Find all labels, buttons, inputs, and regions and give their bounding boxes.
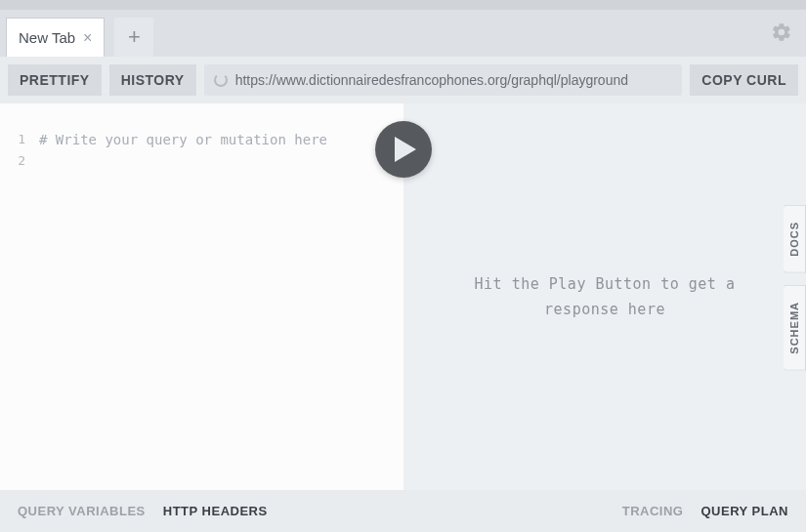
tab-query-plan[interactable]: QUERY PLAN bbox=[700, 504, 788, 518]
editor-pane: 1 2 # Write your query or mutation here bbox=[0, 103, 403, 490]
bottom-bar: QUERY VARIABLES HTTP HEADERS TRACING QUE… bbox=[0, 490, 806, 532]
tab-new[interactable]: New Tab × bbox=[6, 18, 105, 57]
response-placeholder: Hit the Play Button to get a response he… bbox=[443, 271, 767, 322]
tab-bar: New Tab × + bbox=[0, 10, 806, 57]
bottom-left: QUERY VARIABLES HTTP HEADERS bbox=[0, 490, 403, 532]
toolbar: PRETTIFY HISTORY https://www.dictionnair… bbox=[0, 57, 806, 103]
loading-icon bbox=[214, 73, 228, 87]
tab-query-variables[interactable]: QUERY VARIABLES bbox=[18, 504, 146, 518]
add-tab-button[interactable]: + bbox=[114, 18, 153, 57]
tab-label: New Tab bbox=[19, 29, 75, 46]
tab-http-headers[interactable]: HTTP HEADERS bbox=[163, 504, 268, 518]
gear-icon bbox=[771, 21, 792, 43]
copy-curl-button[interactable]: COPY CURL bbox=[690, 64, 798, 96]
plus-icon: + bbox=[128, 24, 141, 50]
line-number: 2 bbox=[0, 150, 25, 172]
tab-tracing[interactable]: TRACING bbox=[622, 504, 684, 518]
docs-tab[interactable]: DOCS bbox=[784, 205, 806, 273]
response-pane: Hit the Play Button to get a response he… bbox=[403, 103, 806, 490]
line-gutter: 1 2 bbox=[0, 103, 33, 490]
play-icon bbox=[395, 137, 416, 162]
main-area: 1 2 # Write your query or mutation here … bbox=[0, 103, 806, 490]
side-tabs: DOCS SCHEMA bbox=[784, 205, 806, 382]
schema-tab[interactable]: SCHEMA bbox=[784, 285, 806, 371]
url-text: https://www.dictionnairedesfrancophones.… bbox=[235, 72, 628, 88]
close-icon[interactable]: × bbox=[83, 30, 92, 46]
play-button[interactable] bbox=[375, 121, 432, 178]
svg-marker-0 bbox=[395, 137, 416, 162]
window-top-strip bbox=[0, 0, 806, 10]
line-number: 1 bbox=[0, 129, 25, 150]
history-button[interactable]: HISTORY bbox=[109, 64, 196, 96]
prettify-button[interactable]: PRETTIFY bbox=[8, 64, 102, 96]
editor-placeholder: # Write your query or mutation here bbox=[39, 132, 327, 147]
query-editor[interactable]: # Write your query or mutation here bbox=[33, 103, 403, 490]
bottom-right: TRACING QUERY PLAN bbox=[403, 490, 806, 532]
settings-button[interactable] bbox=[771, 21, 792, 47]
url-input[interactable]: https://www.dictionnairedesfrancophones.… bbox=[204, 64, 683, 96]
